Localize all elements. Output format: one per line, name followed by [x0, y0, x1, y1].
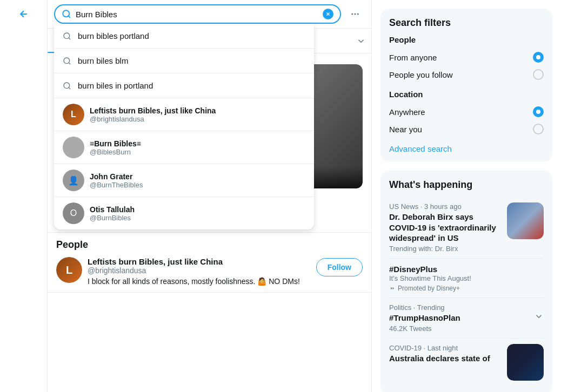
right-sidebar: Search filters People From anyone People…	[372, 0, 561, 392]
person-handle-2: @BiblesBurn	[90, 148, 141, 156]
search-input-wrapper	[54, 4, 341, 24]
disney-promoted-text: Promoted by Disney+	[398, 285, 460, 292]
person-result-info: Leftists burn Bibles, just like China @b…	[88, 257, 311, 286]
suggestion-text-3: burn biles in portland	[78, 81, 153, 90]
search-box: burn bibles portland burn biles blm burn…	[54, 4, 341, 24]
search-icon-small-1	[63, 32, 71, 40]
person-handle-3: @BurnTheBibles	[90, 181, 143, 189]
svg-point-4	[351, 13, 353, 15]
person-info-4: Otis Tallulah @BurnBibles	[90, 205, 135, 222]
suggestion-1[interactable]: burn bibles portland	[54, 24, 314, 49]
person-suggestion-1[interactable]: L Leftists burn Bibles, just like China …	[54, 98, 314, 131]
from-anyone-label: From anyone	[389, 53, 437, 62]
happening-item-trump[interactable]: Politics · Trending #TrumpHasnoPlan 46.2…	[389, 298, 544, 339]
disney-promoted: Promoted by Disney+	[389, 285, 544, 292]
chevron-down-icon-trump	[534, 312, 544, 324]
promoted-icon	[389, 285, 396, 292]
disney-tag: #DisneyPlus	[389, 264, 544, 275]
trump-meta: Politics · Trending #TrumpHasnoPlan 46.2…	[389, 303, 460, 333]
person-info-2: ≡Burn Bibles≡ @BiblesBurn	[90, 139, 141, 156]
person-suggestion-3[interactable]: 👤 John Grater @BurnTheBibles	[54, 164, 314, 197]
person-avatar-3: 👤	[63, 170, 84, 191]
people-filter-label: People	[389, 35, 544, 44]
happening-item-birx[interactable]: US News · 3 hours ago Dr. Deborah Birx s…	[389, 197, 544, 259]
happening-item-disney[interactable]: #DisneyPlus It's Showtime This August! P…	[389, 259, 544, 299]
search-input[interactable]	[76, 10, 318, 19]
anywhere-radio[interactable]	[533, 106, 544, 117]
disney-headline: It's Showtime This August!	[389, 274, 544, 282]
person-result-bio: I block for all kinds of reasons, mostly…	[88, 277, 311, 286]
person-avatar-2	[63, 137, 84, 158]
svg-point-0	[63, 10, 69, 17]
birx-image	[507, 202, 544, 239]
chevron-down-icon	[356, 36, 366, 46]
suggestion-text-2: burn biles blm	[78, 56, 128, 65]
trump-header: Politics · Trending #TrumpHasnoPlan 46.2…	[389, 303, 544, 333]
person-result-row: L Leftists burn Bibles, just like China …	[56, 257, 363, 286]
from-anyone-option[interactable]: From anyone	[389, 49, 544, 66]
svg-point-2	[64, 58, 70, 64]
location-filter-group: Location Anywhere Near you	[389, 90, 544, 138]
people-filter-group: People From anyone People you follow	[389, 35, 544, 83]
search-area: burn bibles portland burn biles blm burn…	[48, 0, 371, 29]
person-name-3: John Grater	[90, 172, 143, 181]
anywhere-option[interactable]: Anywhere	[389, 103, 544, 120]
near-you-label: Near you	[389, 125, 422, 134]
person-info-3: John Grater @BurnTheBibles	[90, 172, 143, 189]
search-icon-small-2	[63, 57, 71, 65]
people-you-follow-label: People you follow	[389, 70, 453, 79]
main-content: burn bibles portland burn biles blm burn…	[48, 0, 372, 392]
person-suggestion-4[interactable]: O Otis Tallulah @BurnBibles	[54, 197, 314, 229]
person-name-2: ≡Burn Bibles≡	[90, 139, 141, 148]
people-you-follow-radio[interactable]	[533, 69, 544, 80]
birx-sub: Trending with: Dr. Birx	[389, 245, 503, 253]
svg-point-1	[64, 33, 70, 39]
near-you-option[interactable]: Near you	[389, 120, 544, 138]
from-anyone-radio[interactable]	[533, 52, 544, 63]
trump-count: 46.2K Tweets	[389, 325, 460, 333]
more-options-button[interactable]	[345, 4, 365, 24]
people-you-follow-option[interactable]: People you follow	[389, 66, 544, 83]
person-name-1: Leftists burn Bibles, just like China	[90, 106, 216, 115]
person-avatar-1: L	[63, 104, 84, 125]
person-result-handle: @brightislandusa	[88, 266, 311, 275]
person-result-avatar: L	[56, 257, 82, 283]
location-filter-label: Location	[389, 90, 544, 99]
advanced-search-link[interactable]: Advanced search	[389, 144, 544, 153]
suggestion-3[interactable]: burn biles in portland	[54, 73, 314, 98]
suggestion-2[interactable]: burn biles blm	[54, 49, 314, 73]
search-icon-small-3	[63, 82, 71, 90]
search-filters-card: Search filters People From anyone People…	[380, 9, 552, 162]
person-result-name: Leftists burn Bibles, just like China	[88, 257, 311, 266]
birx-meta: US News · 3 hours ago	[389, 202, 503, 211]
person-name-4: Otis Tallulah	[90, 205, 135, 214]
clear-button[interactable]	[323, 9, 333, 19]
australia-headline: Australia declares state of	[389, 353, 503, 364]
svg-point-6	[357, 13, 359, 15]
suggestion-text-1: burn bibles portland	[78, 31, 149, 40]
happening-title: What's happening	[389, 179, 544, 191]
svg-point-5	[355, 13, 356, 15]
person-suggestion-2[interactable]: ≡Burn Bibles≡ @BiblesBurn	[54, 131, 314, 164]
anywhere-label: Anywhere	[389, 107, 425, 117]
australia-meta: COVID-19 · Last night	[389, 344, 503, 352]
trump-tag: #TrumpHasnoPlan	[389, 313, 460, 323]
svg-point-3	[64, 83, 70, 89]
person-info-1: Leftists burn Bibles, just like China @b…	[90, 106, 216, 123]
back-button[interactable]	[14, 4, 34, 24]
filters-title: Search filters	[389, 17, 544, 29]
whats-happening-card: What's happening US News · 3 hours ago D…	[380, 171, 552, 392]
australia-image	[507, 344, 544, 381]
people-section: People L Leftists burn Bibles, just like…	[48, 233, 371, 293]
people-section-title: People	[56, 239, 363, 251]
happening-item-australia[interactable]: COVID-19 · Last night Australia declares…	[389, 339, 544, 386]
search-icon	[62, 9, 71, 19]
search-dropdown: burn bibles portland burn biles blm burn…	[54, 24, 314, 229]
person-handle-1: @brightislandusa	[90, 115, 216, 123]
near-you-radio[interactable]	[533, 124, 544, 134]
person-avatar-4: O	[63, 202, 84, 224]
person-handle-4: @BurnBibles	[90, 214, 135, 222]
follow-button[interactable]: Follow	[316, 258, 363, 276]
left-sidebar	[0, 0, 48, 392]
birx-headline: Dr. Deborah Birx says COVID-19 is 'extra…	[389, 212, 503, 244]
